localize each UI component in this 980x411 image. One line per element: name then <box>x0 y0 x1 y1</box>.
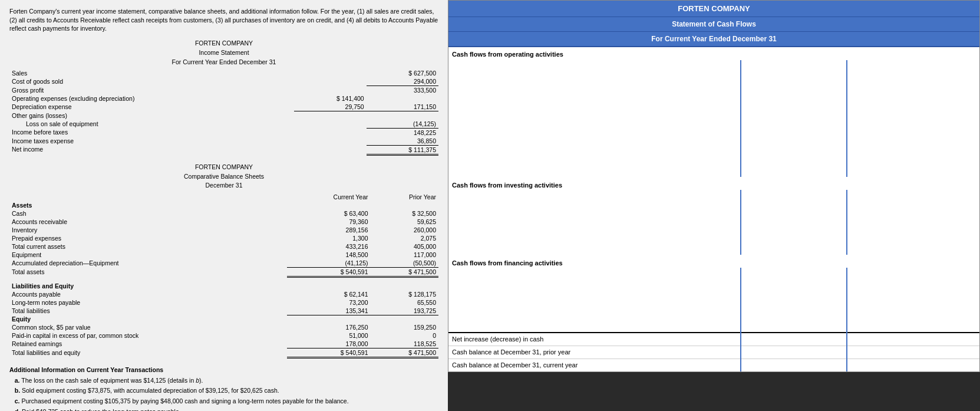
period-title: For Current Year Ended December 31 <box>448 32 979 47</box>
investing-line-1 <box>448 190 979 203</box>
table-row: Total liabilities 135,341 193,725 <box>9 307 438 315</box>
table-row: Long-term notes payable 73,200 65,550 <box>9 298 438 307</box>
investing-line-2 <box>448 203 979 216</box>
balance-prior-row: Cash balance at December 31, prior year <box>448 346 979 359</box>
balance-prior-label: Cash balance at December 31, prior year <box>448 346 741 359</box>
operating-line-8 <box>448 151 979 164</box>
table-row: Retained earnings 178,000 118,525 <box>9 340 438 348</box>
additional-info-item-b: b. Sold equipment costing $73,875, with … <box>9 386 438 395</box>
income-statement-container: FORTEN COMPANY Income Statement For Curr… <box>9 39 438 156</box>
additional-info-item-a: a. The loss on the cash sale of equipmen… <box>9 376 438 385</box>
financing-line-2 <box>448 281 979 294</box>
balance-sheet-table: Current Year Prior Year Assets Cash $ 63… <box>9 193 438 359</box>
table-row: Liabilities and Equity <box>9 282 438 290</box>
table-row: Total current assets 433,216 405,000 <box>9 242 438 251</box>
table-row: Cost of goods sold 294,000 <box>9 77 438 86</box>
financing-line-1 <box>448 268 979 281</box>
net-increase-label: Net increase (decrease) in cash <box>448 333 741 346</box>
operating-label: Cash flows from operating activities <box>448 47 979 60</box>
table-row: Sales $ 627,500 <box>9 69 438 77</box>
balance-current-label: Cash balance at December 31, current yea… <box>448 359 741 371</box>
investing-activities-header: Cash flows from investing activities <box>448 177 979 190</box>
right-panel: FORTEN COMPANY Statement of Cash Flows F… <box>448 0 980 411</box>
income-statement-table: Sales $ 627,500 Cost of goods sold 294,0… <box>9 69 438 156</box>
operating-activities-header: Cash flows from operating activities <box>448 47 979 60</box>
table-row: Equipment 148,500 117,000 <box>9 251 438 259</box>
investing-label: Cash flows from investing activities <box>448 177 979 190</box>
table-header-row: Current Year Prior Year <box>9 193 438 201</box>
table-row: Assets <box>9 201 438 209</box>
intro-text: Forten Company's current year income sta… <box>9 7 438 33</box>
additional-info-item-c: c. Purchased equipment costing $105,375 … <box>9 397 438 406</box>
investing-line-4 <box>448 229 979 242</box>
cash-flow-table: Cash flows from operating activities <box>448 47 979 371</box>
balance-current-row: Cash balance at December 31, current yea… <box>448 359 979 371</box>
left-panel: Forten Company's current year income sta… <box>0 0 448 411</box>
table-row: Net income $ 111,375 <box>9 145 438 154</box>
financing-label: Cash flows from financing activities <box>448 255 979 268</box>
operating-line-3 <box>448 86 979 99</box>
table-row: Total liabilities and equity $ 540,591 $… <box>9 348 438 358</box>
financing-activities-header: Cash flows from financing activities <box>448 255 979 268</box>
financing-line-3 <box>448 294 979 307</box>
table-row: Operating expenses (excluding depreciati… <box>9 94 438 103</box>
table-row: Cash $ 63,400 $ 32,500 <box>9 209 438 218</box>
section-divider <box>9 277 438 282</box>
operating-line-4 <box>448 99 979 112</box>
financing-line-5 <box>448 320 979 333</box>
table-row: Accumulated depreciation—Equipment (41,1… <box>9 259 438 268</box>
financing-line-4 <box>448 307 979 320</box>
balance-sheet-title: FORTEN COMPANY Comparative Balance Sheet… <box>9 163 438 190</box>
cash-flow-statement: FORTEN COMPANY Statement of Cash Flows F… <box>448 0 980 372</box>
statement-title: Statement of Cash Flows <box>448 17 979 32</box>
table-row: Other gains (losses) <box>9 111 438 120</box>
table-row: Loss on sale of equipment (14,125) <box>9 120 438 129</box>
additional-info-item-d: d. Paid $49,725 cash to reduce the long-… <box>9 407 438 411</box>
balance-sheet-container: FORTEN COMPANY Comparative Balance Sheet… <box>9 163 438 359</box>
table-row: Common stock, $5 par value 176,250 159,2… <box>9 323 438 331</box>
additional-info: Additional Information on Current Year T… <box>9 366 438 411</box>
income-statement-title: FORTEN COMPANY Income Statement For Curr… <box>9 39 438 67</box>
operating-line-1 <box>448 60 979 73</box>
operating-line-7 <box>448 138 979 151</box>
table-row: Gross profit 333,500 <box>9 86 438 95</box>
table-row: Equity <box>9 315 438 323</box>
operating-line-5 <box>448 112 979 125</box>
operating-line-6 <box>448 125 979 138</box>
operating-line-2 <box>448 73 979 86</box>
table-row: Accounts payable $ 62,141 $ 128,175 <box>9 290 438 298</box>
table-row: Income before taxes 148,225 <box>9 128 438 137</box>
table-row: Inventory 289,156 260,000 <box>9 226 438 234</box>
table-row: Income taxes expense 36,850 <box>9 137 438 146</box>
operating-line-9 <box>448 164 979 177</box>
additional-info-title: Additional Information on Current Year T… <box>9 366 438 374</box>
investing-line-3 <box>448 216 979 229</box>
table-row: Total assets $ 540,591 $ 471,500 <box>9 268 438 277</box>
table-row: Paid-in capital in excess of par, common… <box>9 331 438 340</box>
net-increase-row: Net increase (decrease) in cash <box>448 333 979 346</box>
investing-line-5 <box>448 242 979 255</box>
table-row: Prepaid expenses 1,300 2,075 <box>9 234 438 242</box>
table-row: Depreciation expense 29,750 171,150 <box>9 103 438 111</box>
table-row: Accounts receivable 79,360 59,625 <box>9 218 438 226</box>
company-name: FORTEN COMPANY <box>448 1 979 17</box>
